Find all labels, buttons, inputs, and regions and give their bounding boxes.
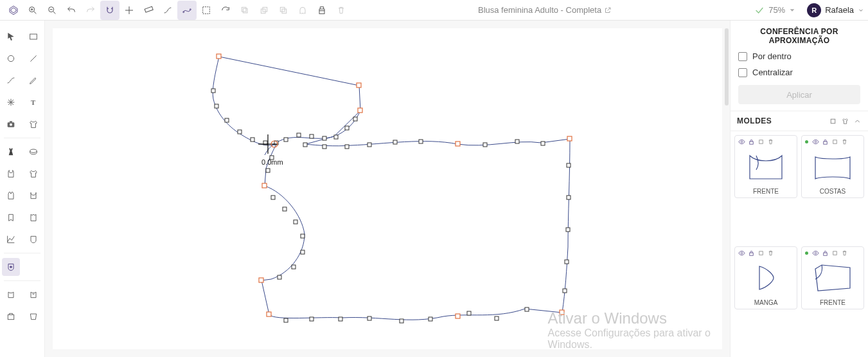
- apply-button: Aplicar: [738, 85, 860, 104]
- svg-rect-53: [211, 89, 215, 93]
- svg-rect-104: [750, 142, 754, 144]
- svg-rect-105: [759, 140, 763, 144]
- refresh-icon[interactable]: [216, 1, 235, 20]
- marker-tool[interactable]: [2, 93, 20, 111]
- zoom-out-icon[interactable]: [42, 1, 62, 20]
- svg-point-112: [815, 252, 817, 254]
- group-d-tool[interactable]: [24, 307, 42, 325]
- svg-point-27: [8, 55, 14, 61]
- zoom-in-icon[interactable]: [23, 1, 42, 20]
- redo-icon: [81, 1, 100, 20]
- molde-label: MANGA: [735, 297, 797, 309]
- lock-icon[interactable]: [748, 138, 755, 145]
- eye-icon[interactable]: [812, 250, 819, 257]
- canvas-page[interactable]: 0.0mm: [53, 28, 722, 349]
- copy-icon[interactable]: [831, 138, 838, 145]
- group-c-tool[interactable]: [2, 307, 20, 325]
- user-menu[interactable]: R Rafaela: [807, 3, 864, 17]
- pocket-tool[interactable]: [24, 230, 42, 248]
- document-title[interactable]: Blusa feminina Adulto - Completa: [478, 5, 612, 15]
- shirt2-tool[interactable]: [24, 165, 42, 183]
- trash-icon[interactable]: [767, 138, 774, 145]
- molde-card-manga[interactable]: MANGA: [734, 246, 797, 309]
- eye-icon[interactable]: [738, 138, 745, 145]
- circle-tool[interactable]: [2, 50, 20, 68]
- checkbox-label: Por dentro: [752, 51, 792, 61]
- svg-rect-87: [339, 317, 342, 321]
- svg-rect-86: [368, 316, 371, 320]
- graph-tool[interactable]: [2, 230, 20, 248]
- molde-card-frente-2[interactable]: FRENTE: [801, 246, 864, 309]
- shape-edit-tool[interactable]: [2, 258, 20, 276]
- group-b-tool[interactable]: [24, 286, 42, 304]
- vest-tool[interactable]: [2, 187, 20, 205]
- copy-icon[interactable]: [757, 138, 765, 145]
- text-tool[interactable]: T: [24, 93, 42, 111]
- measurement-readout: 0.0mm: [261, 158, 283, 166]
- crosshair-icon[interactable]: [120, 1, 139, 20]
- checkbox-label: Centralizar: [752, 68, 793, 77]
- trash-icon[interactable]: [767, 250, 774, 257]
- curve-tool-icon[interactable]: [158, 1, 177, 20]
- pattern-b-tool[interactable]: [24, 208, 42, 226]
- svg-rect-13: [145, 6, 153, 12]
- svg-rect-55: [225, 118, 229, 122]
- group-a-tool[interactable]: [2, 286, 20, 304]
- svg-rect-48: [267, 312, 271, 316]
- pencil-tool[interactable]: [24, 71, 42, 89]
- undo-icon[interactable]: [62, 1, 81, 20]
- tape-tool[interactable]: [24, 143, 42, 161]
- canvas[interactable]: 0.0mm Ativar o Windows Acesse Configuraç…: [45, 21, 730, 357]
- ruler-icon[interactable]: [139, 1, 158, 20]
- svg-rect-21: [282, 9, 287, 14]
- tank-tool[interactable]: [2, 165, 20, 183]
- trash-icon[interactable]: [841, 250, 848, 257]
- sleeve-tool[interactable]: [24, 187, 42, 205]
- moldes-copy-icon[interactable]: [829, 117, 837, 125]
- lock-icon[interactable]: [748, 250, 755, 257]
- moldes-title: MOLDES: [737, 116, 772, 125]
- lock-icon[interactable]: [822, 250, 829, 257]
- pattern-a-tool[interactable]: [2, 208, 20, 226]
- canvas-scrollbar[interactable]: [725, 28, 729, 105]
- shirt-outline-tool[interactable]: [24, 115, 42, 133]
- lock-icon[interactable]: [822, 138, 829, 145]
- svg-rect-65: [345, 126, 349, 130]
- eye-icon[interactable]: [812, 138, 819, 145]
- svg-rect-72: [419, 140, 423, 143]
- svg-rect-93: [301, 234, 305, 238]
- svg-rect-26: [30, 34, 37, 39]
- left-toolbox: T: [0, 21, 45, 357]
- chevron-up-icon[interactable]: [853, 117, 862, 125]
- app-logo[interactable]: [4, 1, 23, 20]
- checkbox-box[interactable]: [738, 68, 747, 77]
- camera-tool[interactable]: [2, 115, 20, 133]
- copy-icon[interactable]: [757, 250, 765, 257]
- molde-card-frente[interactable]: FRENTE: [734, 135, 797, 198]
- print-icon[interactable]: [312, 1, 332, 20]
- trash-icon[interactable]: [841, 138, 848, 145]
- svg-rect-111: [759, 251, 763, 255]
- curve-tool[interactable]: [2, 71, 20, 89]
- bring-front-icon: [274, 1, 293, 20]
- svg-rect-95: [292, 265, 296, 269]
- line-tool[interactable]: [24, 50, 42, 68]
- svg-rect-73: [483, 143, 487, 147]
- dress-tool[interactable]: [2, 143, 20, 161]
- snap-magnet-icon[interactable]: [100, 1, 120, 20]
- zoom-control[interactable]: 75%: [754, 5, 795, 15]
- eye-icon[interactable]: [738, 250, 745, 257]
- svg-rect-16: [203, 6, 210, 14]
- rectangle-tool[interactable]: [24, 28, 42, 46]
- copy-icon[interactable]: [831, 250, 838, 257]
- checkbox-box[interactable]: [738, 52, 747, 61]
- molde-card-costas[interactable]: COSTAS: [801, 135, 864, 198]
- selection-box-icon[interactable]: [197, 1, 216, 20]
- moldes-shirt-icon[interactable]: [841, 117, 849, 125]
- path-tool-icon[interactable]: [177, 1, 197, 20]
- svg-rect-22: [280, 7, 285, 12]
- checkbox-por-dentro[interactable]: Por dentro: [738, 51, 860, 61]
- svg-rect-107: [824, 142, 828, 144]
- pointer-tool[interactable]: [2, 28, 20, 46]
- checkbox-centralizar[interactable]: Centralizar: [738, 68, 860, 77]
